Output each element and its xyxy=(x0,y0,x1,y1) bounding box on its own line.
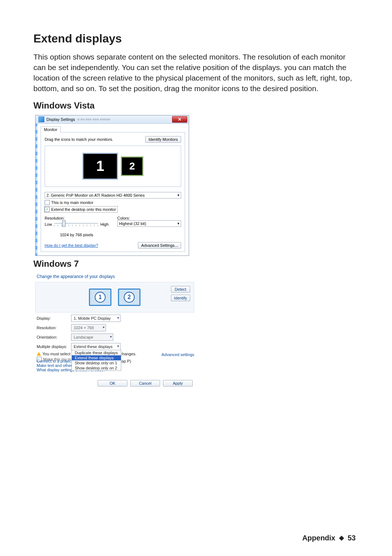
chevron-down-icon: ▾ xyxy=(177,193,179,197)
label-main-monitor: This is my main monitor xyxy=(51,200,93,205)
chevron-down-icon: ▾ xyxy=(117,316,119,320)
label-high: High xyxy=(100,222,109,226)
tab-monitor[interactable]: Monitor xyxy=(41,126,61,132)
advanced-settings-link[interactable]: Advanced settings xyxy=(162,352,194,357)
colors-value: Highest (32 bit) xyxy=(119,221,146,226)
apply-button[interactable]: Apply xyxy=(163,380,193,387)
heading-windows-7: Windows 7 xyxy=(33,259,359,269)
footer-page-number: 53 xyxy=(348,534,356,542)
label-orientation: Orientation: xyxy=(37,335,68,339)
multiple-displays-select[interactable]: Extend these displays ▾ Duplicate these … xyxy=(71,343,121,350)
vista-app-icon xyxy=(38,116,44,122)
monitor-2-number: 2 xyxy=(124,292,135,303)
orientation-select-value: Landscape xyxy=(74,335,93,339)
detect-button[interactable]: Detect xyxy=(171,286,190,293)
connect-projector-link[interactable]: Connect to a projector xyxy=(37,359,76,363)
label-display: Display: xyxy=(37,316,68,320)
display-select-value: 1. Mobile PC Display xyxy=(74,316,111,320)
resolution-select-value: 1024 × 768 xyxy=(74,326,94,330)
dropdown-option[interactable]: Extend these displays xyxy=(72,355,121,360)
resolution-select[interactable]: 1024 × 768 ▾ xyxy=(71,324,106,331)
ok-button[interactable]: OK xyxy=(98,380,127,387)
vista-title-text: Display Settings xyxy=(46,117,75,122)
vista-monitor-arranger[interactable]: 1 2 xyxy=(45,146,181,187)
dropdown-option[interactable]: Show desktop only on 1 xyxy=(72,360,121,365)
chevron-down-icon: ▾ xyxy=(110,335,112,339)
label-resolution: Resolution: xyxy=(45,216,109,220)
vista-title-blur: ■ ■■ ■■■ ■■■ ■■■■■ xyxy=(77,117,110,121)
checkbox-main-monitor[interactable] xyxy=(45,200,50,205)
display-select[interactable]: 1. Mobile PC Display ▾ xyxy=(71,315,121,322)
monitor-2-icon[interactable]: 2 xyxy=(121,156,143,176)
label-multiple-displays: Multiple displays: xyxy=(37,344,68,349)
monitor-select-value: 2. Generic PnP Monitor on ATI Radeon HD … xyxy=(46,193,144,197)
w7-monitor-arranger[interactable]: 1 2 Detect Identify xyxy=(35,282,194,312)
multiple-displays-value: Extend these displays xyxy=(74,344,113,349)
cancel-button[interactable]: Cancel xyxy=(130,380,160,387)
monitor-1-icon[interactable]: 1 xyxy=(82,153,118,180)
resolution-slider[interactable] xyxy=(54,222,98,227)
vista-titlebar[interactable]: Display Settings ■ ■■ ■■■ ■■■ ■■■■■ ✕ xyxy=(36,115,189,124)
label-low: Low xyxy=(45,222,52,226)
monitor-2-icon[interactable]: 2 xyxy=(118,289,140,306)
resolution-value: 1024 by 768 pixels xyxy=(45,233,109,237)
chevron-down-icon: ▾ xyxy=(177,221,179,225)
dropdown-option[interactable]: Show desktop only on 2 xyxy=(72,365,121,371)
page-footer: Appendix 53 xyxy=(0,534,392,542)
warning-icon xyxy=(37,352,41,356)
vista-drag-hint: Drag the icons to match your monitors. xyxy=(45,137,113,142)
identify-button[interactable]: Identify xyxy=(171,295,190,301)
orientation-select[interactable]: Landscape ▾ xyxy=(71,334,113,341)
identify-monitors-button[interactable]: Identify Monitors xyxy=(145,136,181,143)
chevron-down-icon: ▾ xyxy=(117,344,119,348)
w7-display-settings-panel: Change the appearance of your displays 1… xyxy=(35,273,194,387)
multiple-displays-dropdown[interactable]: Duplicate these displays Extend these di… xyxy=(72,350,121,371)
label-extend-desktop: Extend the desktop onto this monitor xyxy=(51,207,116,212)
checkbox-extend-desktop[interactable]: ✓ xyxy=(45,207,50,212)
intro-paragraph: This option shows separate content on th… xyxy=(33,52,359,94)
close-icon[interactable]: ✕ xyxy=(172,116,187,123)
slider-thumb[interactable] xyxy=(62,220,66,227)
advanced-settings-button[interactable]: Advanced Settings... xyxy=(138,242,181,249)
colors-select[interactable]: Highest (32 bit) ▾ xyxy=(117,220,181,227)
monitor-1-icon[interactable]: 1 xyxy=(89,289,111,306)
monitor-select[interactable]: 2. Generic PnP Monitor on ATI Radeon HD … xyxy=(45,192,181,199)
heading-windows-vista: Windows Vista xyxy=(33,101,359,111)
dropdown-option[interactable]: Duplicate these displays xyxy=(72,350,121,355)
heading-extend-displays: Extend displays xyxy=(33,32,359,45)
warn-text-prefix: You must select xyxy=(42,352,70,356)
monitor-1-number: 1 xyxy=(95,292,106,303)
diamond-icon xyxy=(339,535,344,540)
label-colors: Colors: xyxy=(117,216,181,220)
footer-section: Appendix xyxy=(302,534,335,542)
label-resolution: Resolution: xyxy=(37,326,68,330)
w7-heading: Change the appearance of your displays xyxy=(35,273,194,282)
chevron-down-icon: ▾ xyxy=(103,325,105,329)
vista-display-settings-dialog: Display Settings ■ ■■ ■■■ ■■■ ■■■■■ ✕ Mo… xyxy=(35,115,189,256)
best-display-help-link[interactable]: How do I get the best display? xyxy=(45,243,98,248)
